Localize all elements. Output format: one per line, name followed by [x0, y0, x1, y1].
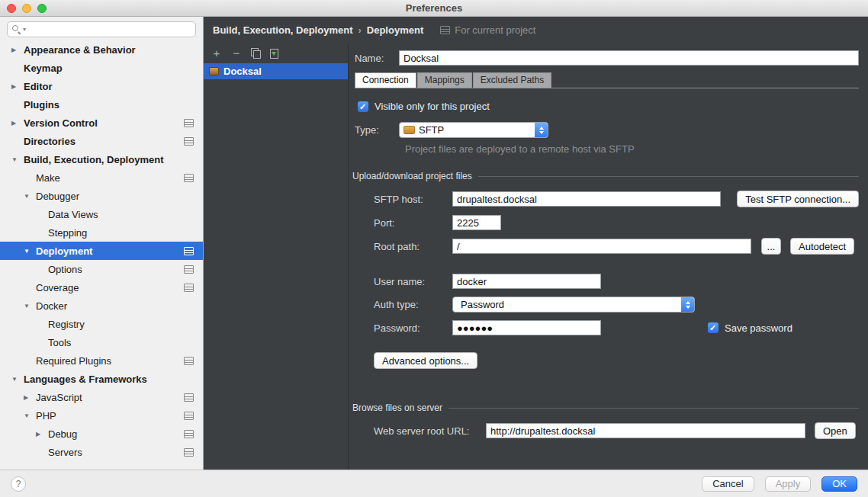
sidebar-item-servers[interactable]: Servers: [0, 443, 203, 461]
zoom-window-button[interactable]: [37, 4, 47, 13]
sidebar-item-languages-frameworks[interactable]: ▼Languages & Frameworks: [0, 370, 203, 388]
sidebar-item-required-plugins[interactable]: Required Plugins: [0, 351, 203, 370]
project-settings-icon: [184, 430, 194, 438]
tab-connection[interactable]: Connection: [355, 72, 416, 88]
chevron-down-icon[interactable]: ▼: [24, 248, 36, 255]
type-label: Type:: [355, 124, 399, 136]
autodetect-button[interactable]: Autodetect: [790, 238, 854, 255]
sidebar-item-data-views[interactable]: Data Views: [0, 205, 203, 223]
sidebar-item-appearance-behavior[interactable]: ▶Appearance & Behavior: [0, 40, 203, 59]
user-name-input[interactable]: [452, 274, 601, 289]
chevron-down-icon[interactable]: ▼: [11, 156, 24, 163]
sidebar-item-build-execution-deployment[interactable]: ▼Build, Execution, Deployment: [0, 150, 203, 168]
sidebar-item-debug[interactable]: ▶Debug: [0, 425, 203, 443]
settings-search-input[interactable]: [28, 24, 191, 35]
import-servers-icon[interactable]: [270, 49, 278, 59]
project-settings-icon: [184, 412, 194, 420]
settings-search-field[interactable]: ▾: [7, 21, 196, 37]
settings-tree: ▶Appearance & Behavior Keymap ▶Editor Pl…: [0, 39, 203, 470]
port-input[interactable]: [452, 215, 501, 230]
sidebar-item-make[interactable]: Make: [0, 168, 203, 187]
deployment-form: Name: Connection Mappings Excluded Paths…: [349, 43, 868, 470]
chevron-down-icon[interactable]: ▼: [24, 412, 36, 419]
chevron-down-icon[interactable]: ▼: [24, 303, 36, 309]
dropdown-stepper-icon: [535, 122, 548, 138]
chevron-right-icon[interactable]: ▶: [36, 431, 48, 438]
auth-type-label: Auth type:: [374, 299, 452, 310]
apply-button[interactable]: Apply: [765, 476, 812, 492]
sidebar-item-options[interactable]: Options: [0, 260, 203, 278]
project-settings-icon: [184, 265, 194, 274]
cancel-button[interactable]: Cancel: [702, 476, 754, 492]
sidebar-item-tools[interactable]: Tools: [0, 333, 203, 351]
minimize-window-button[interactable]: [22, 4, 31, 13]
sidebar-item-javascript[interactable]: ▶JavaScript: [0, 388, 203, 406]
close-window-button[interactable]: [7, 4, 16, 13]
help-button[interactable]: ?: [11, 476, 26, 492]
sidebar-item-editor[interactable]: ▶Editor: [0, 77, 203, 95]
chevron-right-icon[interactable]: ▶: [11, 46, 24, 53]
search-history-chevron-icon[interactable]: ▾: [23, 26, 26, 33]
web-root-input[interactable]: [486, 423, 805, 438]
advanced-options-button[interactable]: Advanced options...: [374, 352, 477, 369]
type-help-text: Project files are deployed to a remote h…: [405, 143, 859, 155]
chevron-down-icon[interactable]: ▼: [24, 193, 36, 200]
tab-excluded-paths[interactable]: Excluded Paths: [473, 72, 551, 88]
chevron-down-icon[interactable]: ▼: [11, 376, 24, 383]
auth-type-select[interactable]: Password: [452, 297, 695, 313]
chevron-right-icon[interactable]: ▶: [11, 83, 24, 90]
scope-indicator: For current project: [440, 24, 535, 36]
sidebar-item-stepping[interactable]: Stepping: [0, 223, 203, 242]
sidebar-item-registry[interactable]: Registry: [0, 315, 203, 333]
connection-tabs: Connection Mappings Excluded Paths: [355, 72, 859, 88]
tab-mappings[interactable]: Mappings: [417, 72, 472, 88]
sidebar-item-debugger[interactable]: ▼Debugger: [0, 187, 203, 205]
sidebar-item-php[interactable]: ▼PHP: [0, 406, 203, 425]
sidebar-item-coverage[interactable]: Coverage: [0, 278, 203, 297]
chevron-right-icon[interactable]: ▶: [24, 394, 36, 401]
project-settings-icon: [184, 247, 194, 255]
root-path-input[interactable]: [452, 239, 751, 254]
save-password-checkbox[interactable]: Save password: [708, 322, 792, 334]
project-settings-icon: [184, 357, 194, 365]
project-settings-icon: [184, 174, 194, 182]
web-root-label: Web server root URL:: [374, 425, 486, 437]
search-icon: [12, 25, 21, 34]
server-icon: [209, 67, 219, 75]
checkbox-checked-icon: [708, 322, 719, 333]
sidebar-item-plugins[interactable]: Plugins: [0, 95, 203, 114]
breadcrumb-segment: Deployment: [367, 24, 423, 36]
project-settings-icon: [184, 119, 194, 127]
sidebar-item-deployment[interactable]: ▼Deployment: [0, 242, 203, 260]
chevron-right-icon[interactable]: ▶: [11, 120, 24, 127]
breadcrumb-segment[interactable]: Build, Execution, Deployment: [213, 24, 352, 36]
sidebar-item-docker[interactable]: ▼Docker: [0, 297, 203, 315]
ok-button[interactable]: OK: [821, 476, 857, 492]
name-input[interactable]: [399, 50, 859, 66]
test-sftp-connection-button[interactable]: Test SFTP connection...: [737, 191, 859, 207]
window-title: Preferences: [0, 0, 868, 16]
root-path-label: Root path:: [374, 241, 452, 252]
copy-server-icon[interactable]: [251, 48, 261, 59]
open-button[interactable]: Open: [815, 422, 856, 439]
sftp-host-input[interactable]: [452, 191, 721, 207]
sidebar-item-keymap[interactable]: Keymap: [0, 59, 203, 77]
sidebar-item-directories[interactable]: Directories: [0, 132, 203, 150]
remove-server-button[interactable]: −: [231, 47, 242, 59]
project-settings-icon: [184, 284, 194, 292]
server-list-item-docksal[interactable]: Docksal: [204, 63, 348, 79]
breadcrumb: Build, Execution, Deployment › Deploymen…: [204, 17, 868, 43]
type-select[interactable]: SFTP: [399, 122, 548, 138]
browse-root-path-button[interactable]: ...: [761, 238, 781, 255]
project-settings-icon: [184, 393, 194, 402]
add-server-button[interactable]: +: [211, 47, 222, 59]
browse-section-title: Browse files on server: [352, 402, 442, 413]
password-input[interactable]: [452, 320, 601, 335]
titlebar: Preferences: [0, 0, 868, 17]
sidebar-item-version-control[interactable]: ▶Version Control: [0, 114, 203, 132]
dropdown-stepper-icon: [681, 297, 694, 313]
sftp-host-label: SFTP host:: [374, 194, 452, 205]
sftp-icon: [403, 126, 415, 134]
visible-only-checkbox[interactable]: Visible only for this project: [358, 101, 859, 112]
section-divider: [478, 176, 859, 177]
